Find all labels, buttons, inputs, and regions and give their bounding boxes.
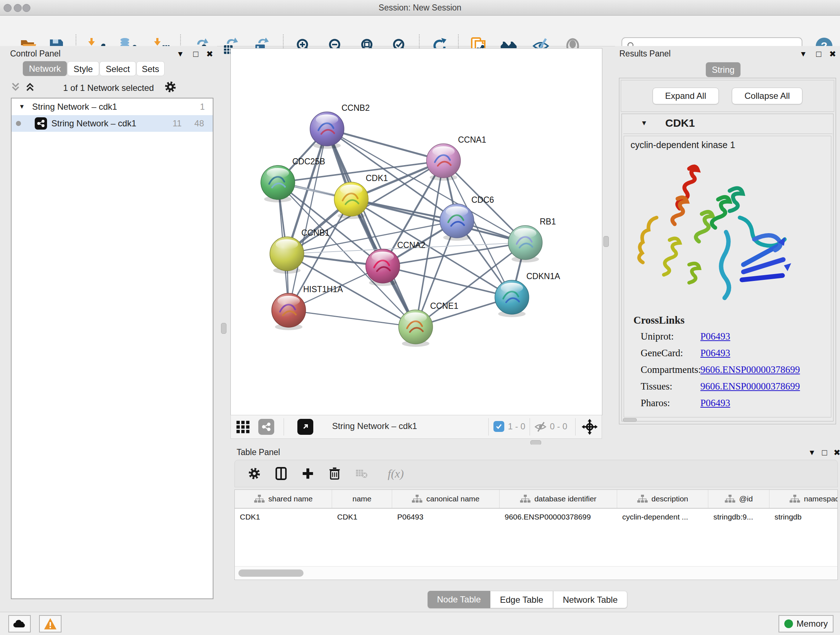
collapse-all-button[interactable]: Collapse All — [732, 88, 802, 104]
close-panel-icon[interactable]: ✖ — [834, 448, 840, 458]
cell-description[interactable]: cyclin-dependent ... — [617, 509, 708, 525]
hidden-node-edge-counts: 0 - 0 — [550, 421, 567, 432]
node-CDC25B[interactable] — [261, 165, 295, 203]
footer-separator — [284, 418, 284, 435]
right-splitter-handle[interactable] — [603, 236, 609, 247]
node-CCNA1[interactable] — [426, 144, 461, 181]
panel-menu-icon[interactable]: ▼ — [177, 50, 184, 58]
export-view-arrow-icon[interactable] — [297, 419, 313, 435]
expand-all-button[interactable]: Expand All — [653, 88, 719, 104]
add-column-icon[interactable] — [299, 465, 317, 482]
cloud-button[interactable] — [8, 615, 31, 632]
birds-eye-grid-icon[interactable] — [235, 419, 251, 435]
cell-name[interactable]: CDK1 — [332, 509, 392, 525]
hidden-eye-icon[interactable] — [533, 420, 548, 434]
node-CCNB2[interactable] — [310, 112, 344, 149]
table-panel: Table Panel ▼ □ ✖ f(x) shared namenameca… — [232, 445, 840, 612]
node-CCNE1[interactable] — [399, 310, 433, 347]
cell-canonical-name[interactable]: P06493 — [392, 509, 500, 525]
results-scrollbar-thumb[interactable] — [623, 418, 637, 422]
selected-checkbox-icon[interactable] — [493, 421, 504, 432]
column-header-@id[interactable]: @id — [708, 490, 769, 508]
cell-namespace[interactable]: stringdb — [769, 509, 838, 525]
tab-network[interactable]: Network — [23, 61, 67, 76]
node-CDC6[interactable] — [440, 204, 474, 241]
cell-@id[interactable]: stringdb:9... — [708, 509, 769, 525]
tab-network-table[interactable]: Network Table — [553, 591, 628, 608]
column-header-name[interactable]: name — [332, 490, 392, 508]
panel-menu-icon[interactable]: ▼ — [808, 448, 816, 457]
function-builder-icon: f(x) — [379, 465, 412, 482]
tab-style[interactable]: Style — [67, 61, 99, 76]
node-label-CCNB1: CCNB1 — [302, 228, 330, 238]
fit-content-crosshair-icon[interactable] — [581, 418, 598, 435]
table-hscrollbar[interactable] — [235, 566, 837, 580]
collapse-triangle-icon[interactable]: ▼ — [19, 103, 25, 111]
node-CDKN1A[interactable] — [495, 280, 529, 317]
selected-node-edge-counts: 1 - 0 — [508, 421, 525, 432]
table-settings-gear-icon[interactable] — [246, 465, 263, 482]
network-collection-row[interactable]: ▼ String Network – cdk1 1 — [11, 98, 213, 115]
float-panel-icon[interactable]: □ — [822, 448, 827, 458]
crosslink-link[interactable]: 9606.ENSP00000378699 — [700, 381, 800, 392]
gene-description: cyclin-dependent kinase 1 — [630, 140, 735, 150]
crosslink-link[interactable]: P06493 — [700, 397, 730, 409]
edge-CCNB2-HIST1H1A[interactable] — [289, 129, 327, 310]
tab-sets[interactable]: Sets — [136, 61, 164, 76]
column-header-shared-name[interactable]: shared name — [235, 490, 332, 508]
window-title: Session: New Session — [0, 3, 840, 13]
close-panel-icon[interactable]: ✖ — [206, 49, 213, 59]
table-toolbar: f(x) — [234, 460, 838, 487]
cell-database-identifier[interactable]: 9606.ENSP00000378699 — [500, 509, 617, 525]
crosslink-link[interactable]: P06493 — [700, 331, 730, 342]
string-network-icon — [35, 117, 47, 130]
column-header-canonical-name[interactable]: canonical name — [392, 490, 500, 508]
network-canvas[interactable]: CCNB2CCNA1CDC25BCDK1CDC6RB1CCNB1CCNA2CDK… — [231, 48, 602, 415]
crosslink-link[interactable]: 9606.ENSP00000378699 — [700, 364, 800, 375]
network-view-title: String Network – cdk1 — [332, 421, 417, 431]
float-panel-icon[interactable]: □ — [193, 49, 199, 59]
warnings-button[interactable] — [39, 615, 62, 632]
network-view-toolbar: String Network – cdk1 1 - 0 0 - 0 — [231, 415, 602, 439]
title-bar: Session: New Session — [0, 0, 840, 16]
column-header-database-identifier[interactable]: database identifier — [500, 490, 617, 508]
status-bar: Memory — [0, 612, 840, 635]
scrollbar-thumb[interactable] — [238, 570, 303, 577]
left-splitter-handle[interactable] — [221, 323, 226, 334]
crosslink-label: Uniprot: — [641, 331, 674, 342]
table-row[interactable]: CDK1CDK1P064939606.ENSP00000378699cyclin… — [235, 509, 837, 525]
delete-column-icon[interactable] — [326, 465, 343, 482]
edge-CCNB2-CCNA1[interactable] — [327, 129, 444, 161]
gene-name: CDK1 — [665, 117, 695, 129]
footer-separator — [488, 418, 489, 435]
node-CDK1[interactable] — [334, 182, 368, 219]
crosslink-link[interactable]: P06493 — [700, 348, 730, 359]
column-header-description[interactable]: description — [617, 490, 708, 508]
tab-string[interactable]: String — [706, 62, 741, 77]
node-CCNB1[interactable] — [270, 237, 304, 274]
show-columns-icon[interactable] — [272, 465, 290, 482]
float-panel-icon[interactable]: □ — [816, 49, 821, 59]
network-options-gear-icon[interactable] — [164, 80, 177, 95]
edge-HIST1H1A-CCNE1[interactable] — [289, 310, 416, 327]
node-HIST1H1A[interactable] — [272, 293, 306, 330]
footer-separator — [530, 418, 530, 435]
network-row[interactable]: String Network – cdk1 11 48 — [11, 115, 213, 132]
section-collapse-triangle-icon[interactable]: ▼ — [641, 119, 647, 127]
tab-edge-table[interactable]: Edge Table — [490, 591, 553, 608]
network-share-icon[interactable] — [258, 419, 274, 435]
crosslink-label: Pharos: — [641, 397, 670, 409]
panel-menu-icon[interactable]: ▼ — [799, 50, 807, 58]
close-panel-icon[interactable]: ✖ — [829, 49, 836, 59]
memory-status-dot-icon — [784, 619, 793, 628]
memory-button[interactable]: Memory — [778, 615, 834, 632]
tab-node-table[interactable]: Node Table — [428, 591, 490, 608]
memory-label: Memory — [797, 619, 828, 629]
node-count: 11 — [172, 119, 182, 128]
node-RB1[interactable] — [508, 226, 542, 263]
delete-table-icon — [353, 465, 370, 482]
edge-CCNB2-CCNE1[interactable] — [327, 129, 416, 327]
tab-select[interactable]: Select — [99, 61, 136, 76]
column-header-namespace[interactable]: namespace — [769, 490, 838, 508]
cell-shared-name[interactable]: CDK1 — [235, 509, 332, 525]
